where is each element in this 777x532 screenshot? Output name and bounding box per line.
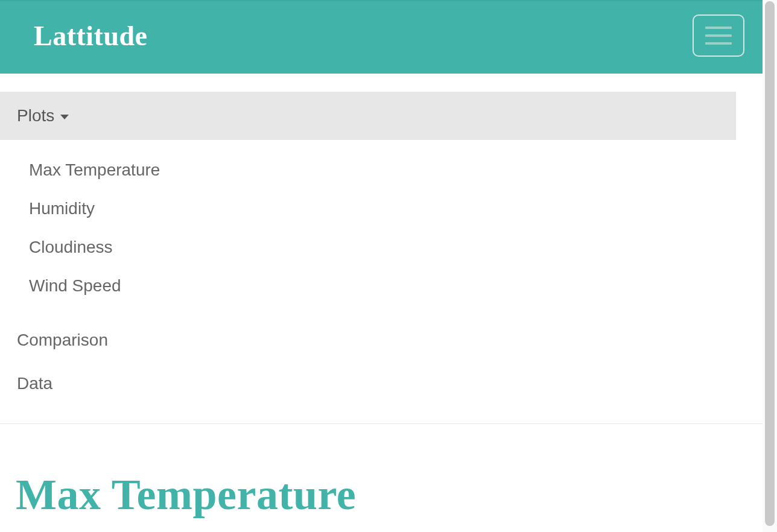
hamburger-icon — [705, 27, 732, 29]
brand-logo[interactable]: Lattitude — [34, 20, 148, 52]
navbar: Lattitude — [0, 0, 763, 74]
page-title: Max Temperature — [0, 424, 763, 520]
plots-item-cloudiness[interactable]: Cloudiness — [0, 228, 763, 267]
nav-link-comparison[interactable]: Comparison — [0, 318, 763, 362]
plots-dropdown-toggle[interactable]: Plots — [17, 106, 69, 125]
plots-item-humidity[interactable]: Humidity — [0, 189, 763, 228]
plots-label: Plots — [17, 106, 54, 125]
nav-link-data[interactable]: Data — [0, 362, 763, 405]
plots-item-wind-speed[interactable]: Wind Speed — [0, 267, 763, 305]
plots-dropdown-menu: Max Temperature Humidity Cloudiness Wind… — [0, 140, 763, 305]
scrollbar[interactable] — [763, 0, 777, 532]
hamburger-icon — [705, 42, 732, 45]
plots-dropdown-header[interactable]: Plots — [0, 92, 736, 140]
plots-item-max-temperature[interactable]: Max Temperature — [0, 151, 763, 189]
caret-down-icon — [60, 115, 69, 119]
hamburger-menu-button[interactable] — [693, 14, 744, 57]
nav-links: Comparison Data — [0, 305, 763, 424]
hamburger-icon — [705, 34, 732, 37]
scrollbar-thumb[interactable] — [765, 1, 775, 526]
